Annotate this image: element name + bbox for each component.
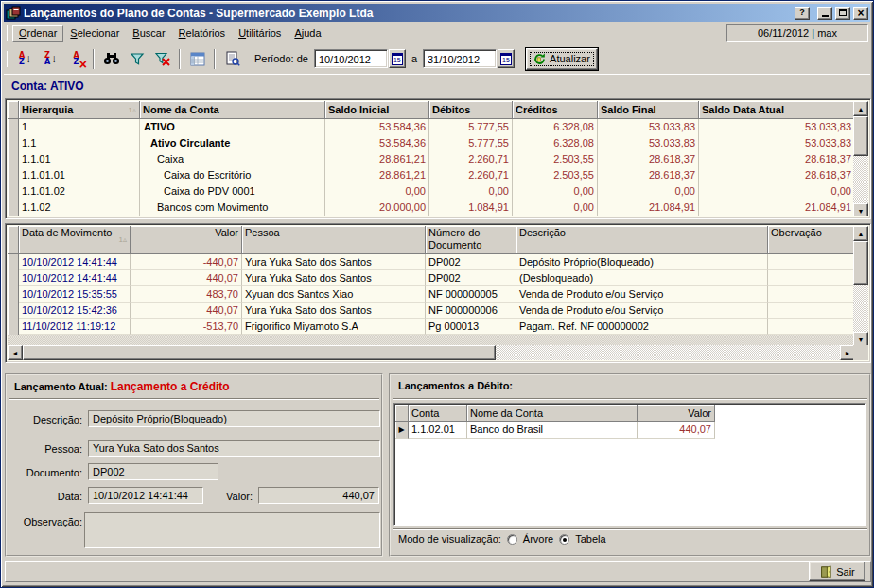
movement-row[interactable]: 10/10/2012 15:35:55483,70Xyuan dos Santo…: [8, 286, 855, 303]
date-from-calendar-button[interactable]: 15: [389, 49, 406, 68]
row-indicator-strip: [8, 254, 19, 335]
column-header-numero-do-documento[interactable]: Número do Documento: [426, 226, 516, 254]
radio-arvore[interactable]: [507, 534, 517, 545]
binoculars-icon: [103, 52, 120, 65]
column-header-nome-da-conta[interactable]: Nome da Conta: [140, 101, 325, 119]
documento-label: Documento:: [10, 464, 82, 481]
scroll-down-button[interactable]: ▼: [853, 203, 868, 216]
column-header-debitos[interactable]: Débitos: [429, 101, 513, 119]
close-button[interactable]: ×: [853, 7, 868, 20]
amount-cell: 6.328,08: [513, 119, 598, 135]
column-header-data-de-movimento[interactable]: Data de Movimento 1▵: [19, 226, 131, 254]
column-header-creditos[interactable]: Créditos: [513, 101, 598, 119]
status-date-user: 06/11/2012 | max: [726, 24, 868, 42]
movement-row[interactable]: 10/10/2012 14:41:44440,07Yura Yuka Sato …: [8, 270, 855, 286]
pessoa-label: Pessoa:: [10, 441, 82, 458]
accounts-grid-scrollbar[interactable]: ▲ ▼: [853, 101, 868, 216]
help-button[interactable]: ?: [795, 7, 810, 20]
menu-item-ajuda[interactable]: Ajuda: [288, 25, 327, 42]
amount-cell: 53.584,36: [325, 119, 429, 135]
menu-item-utilitários[interactable]: Utilitários: [232, 25, 288, 42]
amount-cell: 53.033,83: [699, 135, 855, 151]
amount-cell: 0,00: [325, 183, 429, 199]
date-to-input[interactable]: [423, 49, 497, 68]
movement-row[interactable]: ▶10/10/2012 14:41:44-440,07Yura Yuka Sat…: [8, 254, 855, 270]
sort-ascending-button[interactable]: AZ ↓: [12, 47, 38, 71]
radio-tabela-label[interactable]: Tabela: [575, 533, 605, 545]
amount-cell: 2.503,55: [513, 151, 598, 167]
toolbar-separator: [93, 49, 95, 69]
date-from-input[interactable]: [314, 49, 388, 68]
scroll-up-button[interactable]: ▲: [853, 101, 868, 116]
movement-date-cell: 10/10/2012 14:41:44: [19, 254, 131, 270]
descricao-field[interactable]: Depósito Próprio(Bloqueado): [88, 410, 380, 427]
grid-view-button[interactable]: [184, 47, 210, 71]
menu-item-buscar[interactable]: Buscar: [126, 25, 171, 42]
amount-cell: 1.084,91: [429, 199, 513, 216]
account-header-label: Conta:: [11, 79, 47, 93]
account-row[interactable]: ▶1ATIVO53.584,365.777,556.328,0853.033,8…: [8, 119, 855, 135]
hierarchy-cell: 1: [19, 119, 140, 135]
description-cell: (Desbloqueado): [516, 270, 768, 286]
account-row[interactable]: 1.1.01.02Caixa do PDV 00010,000,000,000,…: [8, 183, 855, 199]
toolbar-grip: [7, 51, 9, 67]
menu-item-selecionar[interactable]: Selecionar: [63, 25, 126, 42]
documento-field[interactable]: DP002: [88, 463, 218, 480]
column-header-nome-da-conta[interactable]: Nome da Conta: [467, 405, 638, 422]
menu-item-relatórios[interactable]: Relatórios: [172, 25, 233, 42]
column-header-pessoa[interactable]: Pessoa: [242, 226, 426, 254]
minimize-button[interactable]: [817, 7, 832, 20]
amount-cell: 53.033,83: [598, 135, 699, 151]
debit-row[interactable]: ▶1.1.02.01Banco do Brasil440,07: [395, 422, 715, 439]
column-header-saldo-final[interactable]: Saldo Final: [598, 101, 699, 119]
clear-sort-button[interactable]: AZ ×: [63, 47, 89, 71]
clear-filter-button[interactable]: [149, 47, 175, 71]
observacao-field[interactable]: [84, 512, 380, 548]
column-header-conta[interactable]: Conta: [409, 405, 467, 422]
report-preview-button[interactable]: [219, 47, 245, 71]
account-row[interactable]: 1.1.01.01Caixa do Escritório28.861,212.2…: [8, 167, 855, 183]
valor-field[interactable]: 440,07: [258, 487, 379, 504]
column-header-saldo-inicial[interactable]: Saldo Inicial: [325, 101, 429, 119]
maximize-button[interactable]: [835, 7, 850, 20]
movements-grid-vscrollbar[interactable]: ▲ ▼: [853, 226, 868, 347]
amount-cell: 28.618,37: [598, 151, 699, 167]
movement-value-cell: 440,07: [131, 270, 242, 286]
account-row[interactable]: 1.1Ativo Circulante53.584,365.777,556.32…: [8, 135, 855, 151]
person-cell: Yura Yuka Sato dos Santos: [242, 254, 426, 270]
column-header-valor[interactable]: Valor: [638, 405, 715, 422]
column-header-descricao[interactable]: Descrição: [516, 226, 768, 254]
column-header-valor[interactable]: Valor: [131, 226, 242, 254]
scrollbar-thumb[interactable]: [853, 116, 868, 156]
account-name-cell: Bancos com Movimento: [140, 199, 325, 216]
movement-row[interactable]: 10/10/2012 15:42:36440,07Yura Yuka Sato …: [8, 303, 855, 319]
scroll-up-button[interactable]: ▲: [853, 226, 868, 241]
pessoa-field[interactable]: Yura Yuka Sato dos Santos: [88, 440, 380, 457]
sort-descending-button[interactable]: ZA ↓: [38, 47, 63, 71]
title-bar: Lançamentos do Plano de Contas - Superme…: [4, 4, 870, 22]
column-header-hierarquia[interactable]: Hierarquia 1▵: [19, 101, 140, 119]
sair-button[interactable]: Sair: [809, 562, 865, 581]
radio-arvore-label[interactable]: Árvore: [523, 533, 553, 545]
find-button[interactable]: [98, 47, 124, 71]
account-row[interactable]: 1.1.02Bancos com Movimento20.000,001.084…: [8, 199, 855, 216]
movement-row[interactable]: 11/10/2012 11:19:12-513,70Frigorifico Mi…: [8, 319, 855, 335]
radio-tabela[interactable]: [559, 534, 569, 545]
column-header-obervacao[interactable]: Obervação: [768, 226, 855, 254]
hierarchy-cell: 1.1.02: [19, 199, 140, 216]
divider: [393, 528, 867, 530]
movements-grid-hscrollbar[interactable]: ◄ ►: [8, 345, 855, 360]
note-cell: [768, 286, 855, 303]
person-cell: Xyuan dos Santos Xiao: [242, 286, 426, 303]
debit-entries-title: Lançamentos a Débito:: [398, 380, 513, 391]
scroll-left-button[interactable]: ◄: [8, 345, 23, 360]
account-row[interactable]: 1.1.01Caixa28.861,212.260,712.503,5528.6…: [8, 151, 855, 167]
filter-button[interactable]: [124, 47, 149, 71]
column-header-saldo-data-atual[interactable]: Saldo Data Atual: [699, 101, 855, 119]
atualizar-button[interactable]: Atualizar: [526, 48, 598, 70]
scrollbar-thumb[interactable]: [23, 345, 496, 360]
menu-item-ordenar[interactable]: Ordenar: [12, 25, 63, 42]
window-title: Lançamentos do Plano de Contas - Superme…: [24, 7, 792, 20]
scrollbar-thumb[interactable]: [853, 241, 868, 285]
date-to-calendar-button[interactable]: 15: [498, 49, 515, 68]
